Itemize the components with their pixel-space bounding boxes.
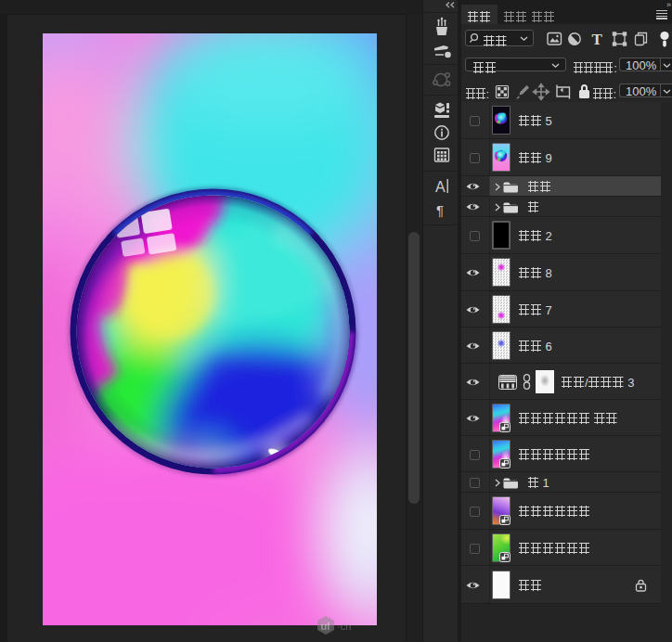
svg-text:¶: ¶ — [436, 202, 444, 218]
svg-text:A: A — [435, 179, 446, 195]
svg-text:ui: ui — [321, 621, 330, 632]
svg-text:T: T — [592, 31, 603, 48]
svg-text:·cn: ·cn — [337, 621, 351, 632]
